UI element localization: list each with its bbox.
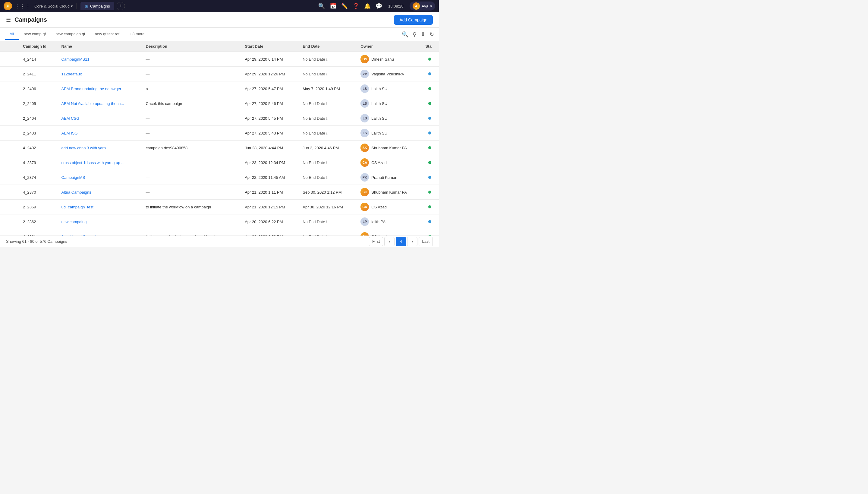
tab-new-camp-qf[interactable]: new camp qf: [19, 28, 51, 40]
table-row: ⋮2_2405AEM Not Available updating thena.…: [0, 96, 439, 111]
campaign-start-cell: Apr 23, 2020 12:34 PM: [240, 155, 298, 170]
campaign-name-cell[interactable]: cross object 1dsass with yarng up ...: [57, 155, 141, 170]
first-page-button[interactable]: First: [369, 237, 383, 246]
end-date-info-icon[interactable]: ℹ: [326, 161, 328, 165]
campaign-name-cell[interactable]: CampaignMS11: [57, 52, 141, 66]
end-date-info-icon[interactable]: ℹ: [326, 131, 328, 135]
row-menu-icon[interactable]: ⋮: [5, 205, 13, 210]
end-date-info-icon[interactable]: ℹ: [326, 235, 328, 236]
campaign-id-cell: 4_2361: [18, 229, 57, 236]
owner-name: Dinesh Sahu: [371, 57, 394, 61]
campaign-start-cell: Apr 27, 2020 5:43 PM: [240, 126, 298, 140]
owner-avatar: SK: [360, 144, 369, 152]
sidebar-toggle-icon[interactable]: ☰: [6, 17, 11, 23]
campaign-end-cell: No End Dateℹ: [298, 126, 356, 140]
campaigns-tab[interactable]: ◉ Campaigns: [80, 2, 114, 10]
current-page-button[interactable]: 4: [396, 237, 406, 246]
campaign-start-cell: Apr 21, 2020 1:11 PM: [240, 185, 298, 200]
campaign-name-cell[interactable]: add new cnnn 3 with yarn: [57, 140, 141, 155]
row-menu-icon[interactable]: ⋮: [5, 234, 13, 236]
campaign-status-cell: [420, 81, 439, 96]
owner-cell-content: VV Vagisha VidushiPA: [360, 70, 416, 78]
col-description[interactable]: Description: [141, 41, 240, 52]
campaigns-table: Campaign Id Name Description Start Date …: [0, 41, 439, 235]
campaign-start-cell: Jun 28, 2020 4:44 PM: [240, 140, 298, 155]
campaign-name-cell[interactable]: CampaignMS: [57, 170, 141, 185]
row-menu-icon[interactable]: ⋮: [5, 219, 13, 224]
end-date-info-icon[interactable]: ℹ: [326, 57, 328, 61]
last-page-button[interactable]: Last: [419, 237, 433, 246]
table-filter-icon[interactable]: ⚲: [413, 31, 416, 38]
grid-menu-icon[interactable]: ⋮⋮⋮: [15, 3, 31, 10]
tab-new-qf-test-ref[interactable]: new qf test ref: [90, 28, 124, 40]
campaign-id-cell: 4_2374: [18, 170, 57, 185]
end-date-info-icon[interactable]: ℹ: [326, 116, 328, 121]
col-owner[interactable]: Owner: [356, 41, 420, 52]
row-menu-icon[interactable]: ⋮: [5, 116, 13, 121]
col-campaign-id[interactable]: Campaign Id: [18, 41, 57, 52]
row-menu-icon[interactable]: ⋮: [5, 175, 13, 180]
campaign-start-cell: Apr 20, 2020 2:50 PM: [240, 229, 298, 236]
chat-icon[interactable]: 💬: [376, 3, 382, 10]
owner-cell-content: CA CS Azad: [360, 203, 416, 211]
end-date-info-icon[interactable]: ℹ: [326, 175, 328, 180]
dash-value: —: [146, 175, 150, 180]
help-icon[interactable]: ❓: [353, 3, 359, 10]
next-page-button[interactable]: ›: [407, 237, 417, 246]
table-row: ⋮4_2374CampaignMS—Apr 22, 2020 11:45 AMN…: [0, 170, 439, 185]
row-menu-icon[interactable]: ⋮: [5, 72, 13, 77]
app-switcher[interactable]: Core & Social Cloud ▾: [34, 4, 73, 8]
prev-page-button[interactable]: ‹: [384, 237, 395, 246]
col-name[interactable]: Name: [57, 41, 141, 52]
campaign-name-cell[interactable]: AEM Not Available updating thena...: [57, 96, 141, 111]
row-menu-icon[interactable]: ⋮: [5, 145, 13, 151]
bell-icon[interactable]: 🔔: [364, 3, 371, 10]
table-row: ⋮2_2406AEM Brand updating the namwqeraAp…: [0, 81, 439, 96]
no-end-date-label: No End Date: [302, 220, 325, 224]
campaign-name-cell[interactable]: 112deafault: [57, 66, 141, 81]
row-menu-icon[interactable]: ⋮: [5, 101, 13, 106]
owner-cell-content: SK Shubham Kumar PA: [360, 144, 416, 152]
campaign-name-cell[interactable]: new campaing: [57, 214, 141, 229]
row-menu-icon[interactable]: ⋮: [5, 131, 13, 136]
campaign-id-cell: 4_2379: [18, 155, 57, 170]
campaign-name-cell[interactable]: AEM CSG: [57, 111, 141, 126]
campaign-id-cell: 2_2411: [18, 66, 57, 81]
table-export-icon[interactable]: ⬇: [421, 31, 425, 38]
tab-all[interactable]: All: [5, 28, 19, 40]
table-refresh-icon[interactable]: ↻: [430, 31, 434, 38]
owner-avatar: CA: [360, 232, 369, 235]
campaign-name-cell[interactable]: AEM Brand updating the namwqer: [57, 81, 141, 96]
add-tab-button[interactable]: +: [117, 2, 125, 10]
calendar-icon[interactable]: 📅: [330, 3, 336, 10]
campaign-name-cell[interactable]: AEM ISG: [57, 126, 141, 140]
user-menu[interactable]: A Ava ▾: [410, 1, 435, 11]
col-end-date[interactable]: End Date: [298, 41, 356, 52]
campaign-name-cell[interactable]: ud_campaign_test: [57, 200, 141, 214]
tab-new-campaign-qf[interactable]: new campaign qf: [51, 28, 90, 40]
campaign-desc-cell: —: [141, 52, 240, 66]
end-date-info-icon[interactable]: ℹ: [326, 220, 328, 224]
col-status[interactable]: Sta: [420, 41, 439, 52]
campaign-name-cell[interactable]: Altria Campaigns: [57, 185, 141, 200]
end-date-info-icon[interactable]: ℹ: [326, 102, 328, 106]
owner-avatar: CA: [360, 203, 369, 211]
campaign-start-cell: Apr 21, 2020 12:15 PM: [240, 200, 298, 214]
campaign-id-cell: 4_2402: [18, 140, 57, 155]
end-date-info-icon[interactable]: ℹ: [326, 72, 328, 76]
campaign-name-cell[interactable]: Asset Level Campaign: [57, 229, 141, 236]
row-menu-icon[interactable]: ⋮: [5, 190, 13, 195]
campaign-start-cell: Apr 29, 2020 12:26 PM: [240, 66, 298, 81]
tab-more[interactable]: + 3 more: [124, 28, 150, 40]
row-menu-icon[interactable]: ⋮: [5, 57, 13, 62]
col-start-date[interactable]: Start Date: [240, 41, 298, 52]
campaign-status-cell: [420, 96, 439, 111]
table-search-icon[interactable]: 🔍: [402, 31, 408, 38]
row-menu-icon[interactable]: ⋮: [5, 86, 13, 91]
search-icon[interactable]: 🔍: [318, 3, 325, 10]
page-title: Campaigns: [15, 16, 394, 23]
row-menu-icon[interactable]: ⋮: [5, 160, 13, 165]
owner-cell-content: LP lalith PA: [360, 217, 416, 226]
edit-icon[interactable]: ✏️: [341, 3, 348, 10]
add-campaign-button[interactable]: Add Campaign: [394, 15, 433, 25]
